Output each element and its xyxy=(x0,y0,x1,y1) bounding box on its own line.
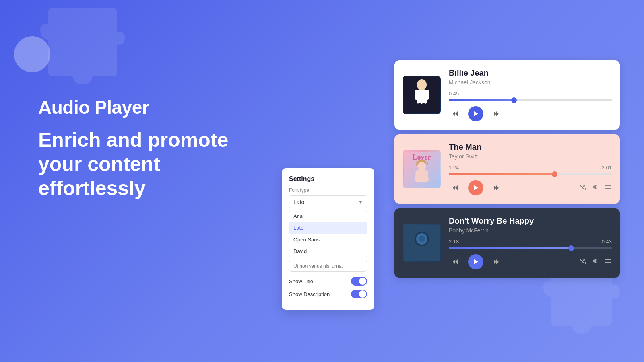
play-button-1[interactable] xyxy=(468,106,483,121)
play-button-2[interactable] xyxy=(468,180,483,195)
progress-fill-1 xyxy=(449,99,514,101)
extra-controls-2 xyxy=(579,183,612,192)
font-preview-input[interactable] xyxy=(289,261,367,272)
total-time-2: -2:01 xyxy=(600,165,612,171)
svg-marker-18 xyxy=(474,259,478,264)
show-title-row: Show Title xyxy=(289,277,367,286)
track-title-2: The Man xyxy=(449,142,612,152)
svg-rect-12 xyxy=(605,187,611,187)
track-title-1: Billie Jean xyxy=(449,68,612,78)
controls-2 xyxy=(449,180,612,195)
player-info-1: Billie Jean Michael Jackson 0:45 xyxy=(449,68,612,121)
time-row-2: 1:24 -2:01 xyxy=(449,165,612,171)
font-option-david[interactable]: David xyxy=(289,245,367,257)
progress-dot-3 xyxy=(568,245,574,251)
hero-subtitle: Enrich and promote your content effortle… xyxy=(38,128,260,200)
album-art-text-2: Lover xyxy=(413,153,431,162)
track-artist-1: Michael Jackson xyxy=(449,79,612,86)
forward-button-2[interactable] xyxy=(490,181,503,194)
svg-marker-7 xyxy=(474,111,478,116)
players-container: Billie Jean Michael Jackson 0:45 xyxy=(394,60,620,282)
progress-fill-3 xyxy=(449,247,571,249)
extra-controls-3 xyxy=(579,257,612,266)
total-time-3: -0:43 xyxy=(600,239,612,245)
current-time-3: 2:18 xyxy=(449,239,459,245)
controls-1 xyxy=(449,106,612,121)
show-description-label: Show Description xyxy=(289,291,330,297)
font-dropdown: Arial Lato Open Sans David xyxy=(289,210,367,257)
player-card-2: Lover xyxy=(394,134,620,204)
svg-point-17 xyxy=(419,236,425,242)
svg-rect-3 xyxy=(415,90,418,100)
menu-button-2[interactable] xyxy=(605,183,612,192)
current-time-2: 1:24 xyxy=(449,165,459,171)
rewind-button-1[interactable] xyxy=(449,107,462,120)
font-select-wrapper: Lato ▼ xyxy=(289,195,367,208)
svg-rect-19 xyxy=(605,259,611,260)
show-description-row: Show Description xyxy=(289,290,367,298)
player-card-1: Billie Jean Michael Jackson 0:45 xyxy=(394,60,620,130)
font-option-opensans[interactable]: Open Sans xyxy=(289,234,367,245)
svg-point-1 xyxy=(417,79,427,90)
settings-panel: Settings Font type Lato ▼ Arial Lato Ope… xyxy=(282,168,374,310)
svg-rect-13 xyxy=(605,188,611,189)
progress-dot-1 xyxy=(511,97,517,103)
show-title-toggle-thumb xyxy=(359,278,366,285)
progress-bar-1[interactable] xyxy=(449,99,612,101)
volume-button-2[interactable] xyxy=(592,183,599,192)
show-description-toggle[interactable] xyxy=(351,290,367,298)
player-info-3: Don't Worry Be Happy Bobby McFerrin 2:18… xyxy=(449,216,612,269)
shuffle-button-3[interactable] xyxy=(579,257,586,266)
show-title-toggle[interactable] xyxy=(351,277,367,286)
show-description-toggle-thumb xyxy=(359,290,366,298)
svg-rect-2 xyxy=(417,90,427,104)
album-art-3 xyxy=(402,224,441,262)
album-art-1 xyxy=(402,76,441,114)
track-artist-3: Bobby McFerrin xyxy=(449,227,612,234)
volume-button-3[interactable] xyxy=(592,257,599,266)
controls-3 xyxy=(449,254,612,269)
font-type-label: Font type xyxy=(289,187,367,193)
svg-rect-4 xyxy=(425,90,429,100)
current-time-1: 0:45 xyxy=(449,90,459,97)
shuffle-button-2[interactable] xyxy=(579,183,586,192)
time-row-3: 2:18 -0:43 xyxy=(449,239,612,245)
svg-rect-21 xyxy=(605,262,611,263)
progress-bar-3[interactable] xyxy=(449,247,612,249)
font-option-arial[interactable]: Arial xyxy=(289,210,367,222)
player-info-2: The Man Taylor Swift 1:24 -2:01 xyxy=(449,142,612,195)
hero-content: Audio Player Enrich and promote your con… xyxy=(38,97,260,200)
forward-button-3[interactable] xyxy=(490,255,503,268)
svg-rect-20 xyxy=(605,261,611,261)
player-card-3: Don't Worry Be Happy Bobby McFerrin 2:18… xyxy=(394,208,620,278)
font-option-lato[interactable]: Lato xyxy=(289,222,367,234)
rewind-button-2[interactable] xyxy=(449,181,462,194)
forward-button-1[interactable] xyxy=(490,107,503,120)
settings-title: Settings xyxy=(289,175,367,183)
track-title-3: Don't Worry Be Happy xyxy=(449,216,612,226)
progress-bar-2[interactable] xyxy=(449,173,612,175)
svg-marker-10 xyxy=(474,185,478,190)
hero-title: Audio Player xyxy=(38,97,260,118)
progress-dot-2 xyxy=(552,171,557,177)
svg-rect-6 xyxy=(422,103,425,111)
svg-rect-5 xyxy=(418,103,421,111)
menu-button-3[interactable] xyxy=(605,257,612,266)
album-art-2: Lover xyxy=(402,150,441,188)
svg-rect-11 xyxy=(605,185,611,186)
progress-fill-2 xyxy=(449,173,555,175)
circle-decoration xyxy=(14,36,50,72)
font-select[interactable]: Lato xyxy=(289,195,367,208)
play-button-3[interactable] xyxy=(468,254,483,269)
track-artist-2: Taylor Swift xyxy=(449,153,612,160)
show-title-label: Show Title xyxy=(289,278,313,284)
rewind-button-3[interactable] xyxy=(449,255,462,268)
time-row-1: 0:45 xyxy=(449,90,612,97)
